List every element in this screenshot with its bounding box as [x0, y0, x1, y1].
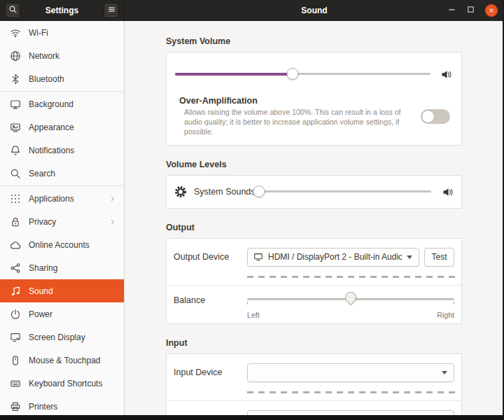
system-volume-slider[interactable] — [175, 68, 430, 80]
sidebar-item-label: Background — [29, 99, 117, 109]
maximize-icon — [466, 4, 475, 17]
privacy-icon — [10, 216, 21, 227]
over-amplification-label: Over-Amplification — [179, 96, 412, 106]
sidebar-item-label: Wi-Fi — [29, 28, 117, 38]
search-icon — [8, 4, 18, 17]
input-device-dropdown[interactable] — [247, 363, 454, 382]
app-title: Settings — [24, 6, 99, 15]
system-volume-slider-handle[interactable] — [286, 68, 298, 80]
sidebar-separator — [0, 91, 124, 92]
header-bar: Settings Sound — [0, 0, 504, 21]
monitor-icon — [253, 252, 263, 262]
maximize-button[interactable] — [466, 4, 475, 17]
over-amplification-toggle[interactable] — [421, 109, 450, 124]
online-accounts-icon — [10, 239, 21, 251]
sidebar-item-background[interactable]: Background — [0, 92, 124, 115]
output-section: Output Output Device HDMI / DisplayPort … — [166, 223, 462, 324]
sidebar-separator — [0, 186, 124, 186]
volume-levels-card: System Sounds — [166, 175, 462, 209]
configuration-dropdown[interactable] — [247, 410, 454, 415]
balance-right-label: Right — [437, 311, 454, 319]
chevron-right-icon — [108, 218, 117, 226]
over-amplification-description: Allows raising the volume above 100%. Th… — [179, 107, 412, 136]
system-volume-card: Over-Amplification Allows raising the vo… — [166, 52, 462, 146]
sidebar-item-label: Printers — [29, 402, 117, 412]
sidebar-item-screen-display[interactable]: Screen Display — [0, 326, 124, 349]
sharing-icon — [10, 262, 21, 274]
input-level-meter — [247, 391, 456, 393]
window-bottom-edge — [0, 415, 504, 420]
search-button[interactable] — [5, 3, 20, 18]
sidebar-item-label: Screen Display — [29, 332, 117, 342]
sidebar-item-privacy[interactable]: Privacy — [0, 210, 124, 233]
system-sounds-label: System Sounds — [194, 187, 256, 197]
network-icon — [10, 50, 21, 62]
gear-icon — [174, 185, 188, 199]
sidebar-item-label: Appearance — [29, 122, 117, 132]
sidebar-item-label: Keyboard Shortcuts — [29, 379, 117, 388]
output-device-value: HDMI / DisplayPort 2 - Built-in Audio — [268, 252, 402, 262]
power-icon — [10, 309, 21, 320]
appearance-icon — [10, 122, 21, 133]
chevron-down-icon — [407, 255, 412, 259]
sidebar-item-network[interactable]: Network — [0, 44, 124, 67]
minimize-button[interactable] — [447, 4, 456, 17]
system-volume-section: System Volume Over-Amplification — [166, 36, 462, 146]
chevron-down-icon — [442, 371, 447, 374]
sidebar-item-applications[interactable]: Applications — [0, 187, 124, 210]
system-sounds-slider-handle[interactable] — [253, 186, 265, 197]
input-section: Input Input Device Configuration — [166, 338, 462, 415]
minimize-icon — [447, 4, 456, 17]
settings-window: Settings Sound Wi-FiNetworkBluetoothBack… — [0, 0, 504, 420]
output-heading: Output — [166, 223, 462, 232]
sidebar-item-sound[interactable]: Sound — [0, 279, 124, 302]
sound-panel: System Volume Over-Amplification — [125, 21, 503, 415]
menu-button[interactable] — [104, 3, 119, 18]
wifi-icon — [10, 27, 21, 38]
sidebar-item-wi-fi[interactable]: Wi-Fi — [0, 21, 124, 44]
notifications-icon — [10, 145, 21, 156]
balance-slider-handle[interactable] — [343, 290, 359, 306]
sidebar-item-label: Online Accounts — [29, 240, 117, 250]
sidebar-item-power[interactable]: Power — [0, 302, 124, 326]
output-card: Output Device HDMI / DisplayPort 2 - Bui… — [166, 238, 462, 324]
sidebar-item-label: Mouse & Touchpad — [29, 356, 117, 365]
keyboard-shortcuts-icon — [10, 378, 21, 389]
chevron-right-icon — [108, 195, 117, 203]
window-controls — [447, 4, 498, 17]
sidebar-item-label: Bluetooth — [29, 74, 117, 84]
close-icon — [488, 4, 495, 17]
close-button[interactable] — [485, 4, 498, 17]
header-sidebar-section: Settings — [0, 0, 125, 21]
settings-sidebar: Wi-FiNetworkBluetoothBackgroundAppearanc… — [0, 21, 125, 415]
input-card: Input Device Configuration — [166, 354, 462, 415]
balance-slider[interactable]: Left Right — [247, 291, 454, 319]
background-icon — [10, 99, 21, 110]
sidebar-item-label: Power — [29, 309, 117, 319]
sidebar-item-mouse-touchpad[interactable]: Mouse & Touchpad — [0, 349, 124, 372]
mouse-touchpad-icon — [10, 355, 21, 366]
system-volume-heading: System Volume — [166, 36, 462, 46]
sidebar-item-label: Applications — [29, 194, 101, 204]
speaker-icon — [441, 69, 453, 80]
balance-label: Balance — [174, 291, 247, 305]
sidebar-item-appearance[interactable]: Appearance — [0, 115, 124, 139]
volume-levels-heading: Volume Levels — [166, 160, 462, 169]
input-device-label: Input Device — [174, 368, 247, 377]
output-device-label: Output Device — [174, 252, 247, 262]
input-heading: Input — [166, 338, 462, 348]
sidebar-item-notifications[interactable]: Notifications — [0, 139, 124, 162]
sidebar-item-keyboard-shortcuts[interactable]: Keyboard Shortcuts — [0, 372, 124, 395]
applications-icon — [10, 193, 21, 204]
sidebar-item-sharing[interactable]: Sharing — [0, 256, 124, 279]
sidebar-item-printers[interactable]: Printers — [0, 395, 124, 415]
balance-left-label: Left — [247, 311, 260, 319]
system-sounds-slider[interactable] — [259, 186, 431, 198]
test-speakers-button[interactable]: Test — [424, 248, 454, 267]
output-device-dropdown[interactable]: HDMI / DisplayPort 2 - Built-in Audio — [247, 248, 419, 267]
sidebar-item-label: Notifications — [29, 146, 117, 155]
sidebar-item-bluetooth[interactable]: Bluetooth — [0, 67, 124, 90]
sidebar-item-search[interactable]: Search — [0, 162, 124, 185]
volume-level-row: System Sounds — [174, 176, 454, 208]
sidebar-item-online-accounts[interactable]: Online Accounts — [0, 233, 124, 256]
